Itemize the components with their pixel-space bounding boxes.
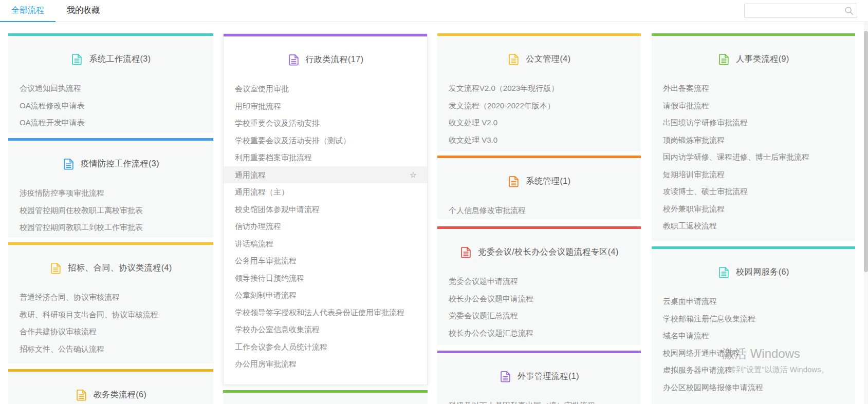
process-link[interactable]: 办公用房审批流程 [224,355,427,373]
process-link[interactable]: 收文处理 V3.0 [437,131,641,149]
process-link[interactable]: 虚拟服务器申请流程 [652,361,855,379]
process-link[interactable]: 学校办公室信息收集流程 [224,321,427,338]
process-link[interactable]: 短期培训审批流程 [652,166,855,183]
process-link[interactable]: 顶岗锻炼审批流程 [652,131,855,149]
document-icon [507,53,520,66]
card-accent-bar [224,34,427,36]
card-title-row: 招标、合同、协议类流程(4) [8,260,213,276]
process-link[interactable]: 个人信息修改审批流程 [437,202,641,219]
process-link[interactable]: 教研、科研项目支出合同、协议审核流程 [8,306,213,323]
category-card-academic: 教务类流程(6) [8,369,213,404]
search-icon[interactable] [843,5,855,16]
process-link[interactable]: 域名申请流程 [652,327,855,344]
card-accent-bar [437,226,641,229]
card-title-row: 校园网服务(6) [652,264,855,280]
favorite-star-icon[interactable]: ☆ [410,166,417,184]
process-link[interactable]: 党委会议题汇总流程 [437,307,641,324]
process-link[interactable]: OA流程修改申请表 [8,97,213,114]
category-card-hr: 人事类流程(9)外出备案流程请假审批流程出国境访学研修审批流程顶岗锻炼审批流程国… [652,33,855,241]
process-link[interactable]: 公章刻制申请流程 [224,286,427,304]
process-link[interactable]: 校史馆团体参观申请流程 [224,201,427,218]
card-title: 公文管理(4) [526,54,570,65]
card-title-row: 系统工作流程(3) [8,51,213,67]
process-link[interactable]: 利用重要档案审批流程 [224,149,427,166]
process-link[interactable]: 学校邮箱注册信息收集流程 [652,310,855,328]
process-link[interactable]: 会议室使用审批 [224,80,427,98]
process-link[interactable]: 普通经济合同、协议审核流程 [8,288,213,306]
process-list: 个人信息修改审批流程 [437,202,641,219]
process-link[interactable]: 通用流程（主） [224,183,427,201]
document-icon [75,389,88,401]
category-card-admin-next [223,390,428,404]
process-link[interactable]: 学校重要会议及活动安排（测试） [224,132,427,149]
process-link[interactable]: 办公区校园网络报修申请流程 [652,379,855,396]
card-title: 疫情防控工作流程(3) [81,159,159,169]
process-link[interactable]: 校外兼职审批流程 [652,200,855,218]
process-link[interactable]: 招标文件、公告确认流程 [8,340,213,358]
process-link[interactable]: 教职工返校流程 [652,217,855,235]
process-link[interactable]: 出国境访学研修审批流程 [652,114,855,131]
process-link[interactable]: 校长办公会议题申请流程 [437,290,641,307]
top-tab-bar: 全部流程 我的收藏 [0,0,868,22]
card-title-row: 人事类流程(9) [652,51,855,67]
tab-my-favorites[interactable]: 我的收藏 [56,0,111,22]
search-box[interactable] [744,4,857,18]
process-link[interactable]: 讲话稿流程 [224,235,427,253]
process-link[interactable]: 校园管控期间教职工到校工作审批表 [8,219,213,236]
process-link[interactable]: 发文流程（2020-2022年版本） [437,97,641,114]
card-accent-bar [652,246,855,249]
search-input[interactable] [745,5,843,17]
document-icon [717,53,730,66]
process-link[interactable]: 学校领导签字授权和法人代表身份证使用审批流程 [224,304,427,321]
vertical-scrollbar-thumb[interactable] [864,31,868,272]
process-link[interactable]: 校园管控期间住校教职工离校审批表 [8,202,213,219]
document-icon [62,158,75,170]
process-link[interactable]: 学校重要会议及活动安排 [224,114,427,132]
process-link[interactable]: 发文流程V2.0（2023年现行版） [437,80,641,97]
process-link[interactable]: 会议通知回执流程 [8,80,213,97]
category-card-foreign: 外事管理流程(1)科级及以下人员因私事出国（境）审批流程 [437,351,641,404]
process-link[interactable]: 校园网络开通申请流程 [652,344,855,362]
process-link[interactable]: 云桌面申请流程 [652,293,855,310]
process-link[interactable]: 党委会议题申请流程 [437,273,641,290]
process-link[interactable]: 外出备案流程 [652,80,855,97]
category-card-bidding: 招标、合同、协议类流程(4)普通经济合同、协议审核流程教研、科研项目支出合同、协… [8,242,213,363]
document-icon [70,53,83,66]
category-card-doc-mgmt: 公文管理(4)发文流程V2.0（2023年现行版）发文流程（2020-2022年… [437,33,641,151]
process-link[interactable]: 国内访学研修、课程进修、博士后审批流程 [652,148,855,166]
card-accent-bar [8,369,213,372]
process-link[interactable]: 合作共建协议审核流程 [8,323,213,340]
process-link[interactable]: 科级及以下人员因私事出国（境）审批流程 [437,397,641,404]
process-link[interactable]: 用印审批流程 [224,98,427,115]
process-list: 会议通知回执流程OA流程修改申请表OA流程开发申请表 [8,80,213,131]
process-link[interactable]: 工作会议参会人员统计流程 [224,338,427,356]
card-title-row: 行政类流程(17) [224,52,427,67]
card-title: 系统管理(1) [526,176,570,187]
process-list: 会议室使用审批用印审批流程学校重要会议及活动安排学校重要会议及活动安排（测试）利… [224,80,427,373]
card-title-row: 系统管理(1) [437,174,641,189]
process-link[interactable]: 收文处理 V2.0 [437,114,641,131]
process-link[interactable]: 涉疫情防控事项审批流程 [8,184,213,202]
process-link[interactable]: 信访办理流程 [224,218,427,235]
process-link[interactable]: 领导接待日预约流程 [224,270,427,287]
card-accent-bar [652,33,855,36]
card-title: 教务类流程(6) [94,390,147,400]
card-accent-bar [8,33,213,36]
card-title: 校园网服务(6) [736,267,789,278]
process-link[interactable]: 公务用车审批流程 [224,252,427,270]
process-link[interactable]: 校长办公会议题汇总流程 [437,324,641,342]
tab-all-processes[interactable]: 全部流程 [0,0,56,22]
category-card-party: 党委会议/校长办公会议题流程专区(4)党委会议题申请流程校长办公会议题申请流程党… [437,226,641,345]
process-link[interactable]: 通用流程☆ [224,166,427,184]
card-title: 行政类流程(17) [306,54,364,65]
document-icon [287,53,300,66]
category-card-epidemic: 疫情防控工作流程(3)涉疫情防控事项审批流程校园管控期间住校教职工离校审批表校园… [8,138,213,238]
card-title-row: 公文管理(4) [437,51,641,67]
process-link[interactable]: OA流程开发申请表 [8,114,213,131]
card-title: 系统工作流程(3) [89,54,151,65]
process-link[interactable]: 请假审批流程 [652,97,855,114]
vertical-scrollbar-track[interactable] [864,22,868,404]
process-link[interactable]: 攻读博士、硕士审批流程 [652,183,855,200]
document-icon [717,266,730,279]
card-title-row: 疫情防控工作流程(3) [8,156,213,171]
